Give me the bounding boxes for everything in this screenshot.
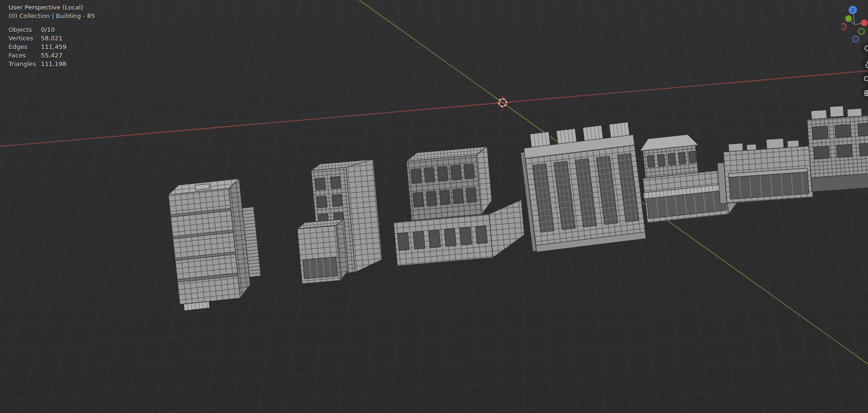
stat-row-faces: Faces 55,427 — [9, 51, 95, 60]
camera-icon — [863, 74, 868, 83]
stat-row-vertices: Vertices 58,021 — [9, 34, 95, 43]
building-1[interactable] — [167, 178, 264, 311]
stat-value: 55,427 — [41, 51, 63, 60]
stat-label: Triangles — [9, 60, 41, 68]
axis-x-neg-ball[interactable] — [841, 24, 847, 30]
3d-viewport[interactable]: User Perspective (Local) (0) Collection … — [0, 0, 868, 413]
stat-value: 58,021 — [41, 34, 63, 43]
stat-label: Faces — [9, 51, 41, 60]
orientation-gizmo[interactable]: Z — [841, 6, 868, 44]
viewport-nav-buttons — [861, 42, 868, 100]
stat-value: 0/10 — [41, 26, 55, 34]
building-6[interactable] — [716, 136, 813, 203]
building-4[interactable] — [518, 122, 646, 252]
hand-icon — [863, 59, 868, 68]
buildings-group[interactable] — [167, 104, 868, 311]
stat-row-triangles: Triangles 111,198 — [9, 60, 95, 68]
axis-z-neg-ball[interactable] — [853, 36, 859, 42]
view-perspective-label: User Perspective (Local) — [9, 3, 95, 12]
axis-z-label: Z — [851, 8, 854, 13]
axis-y-ball[interactable] — [845, 15, 852, 22]
building-2[interactable] — [292, 159, 383, 284]
stat-row-edges: Edges 111,459 — [9, 43, 95, 51]
magnifier-icon — [863, 44, 868, 54]
toggle-projection-button[interactable] — [861, 86, 868, 100]
stat-row-objects: Objects 0/10 — [9, 26, 95, 34]
building-7[interactable] — [806, 104, 868, 192]
axis-y-neg-ball[interactable] — [858, 29, 865, 35]
axis-x-ball[interactable] — [861, 19, 868, 26]
stat-value: 111,198 — [41, 60, 67, 68]
stat-label: Objects — [9, 26, 41, 34]
viewport-overlay: User Perspective (Local) (0) Collection … — [9, 3, 95, 68]
stat-label: Edges — [9, 43, 41, 51]
grid-icon — [863, 88, 868, 98]
stat-label: Vertices — [9, 34, 41, 43]
zoom-button[interactable] — [861, 42, 868, 56]
collection-label: (0) Collection | Building - 85 — [9, 12, 95, 20]
camera-view-button[interactable] — [861, 71, 868, 86]
move-view-button[interactable] — [861, 57, 868, 71]
stat-value: 111,459 — [41, 43, 67, 51]
statistics-overlay: Objects 0/10 Vertices 58,021 Edges 111,4… — [9, 26, 95, 68]
viewport-canvas[interactable] — [0, 0, 868, 413]
